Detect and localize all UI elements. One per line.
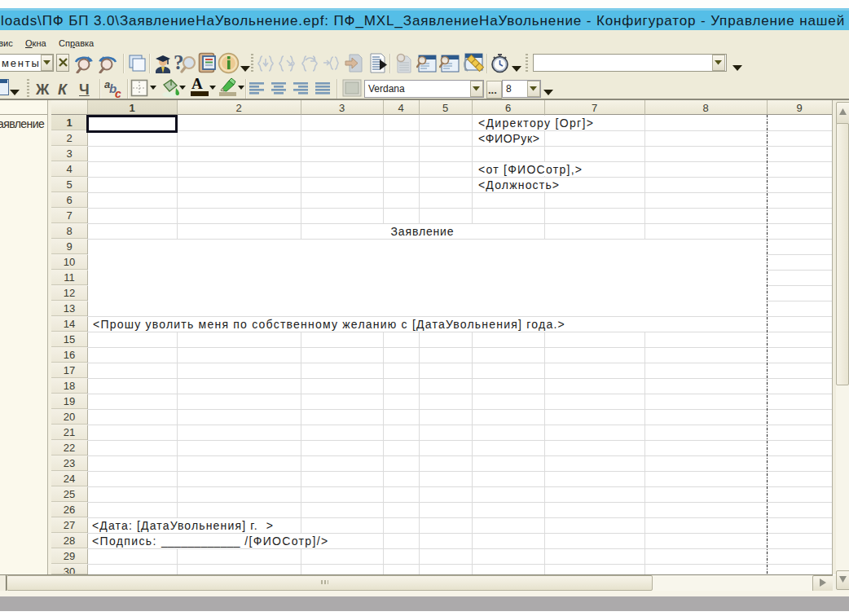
svg-text:c: c — [115, 87, 121, 99]
